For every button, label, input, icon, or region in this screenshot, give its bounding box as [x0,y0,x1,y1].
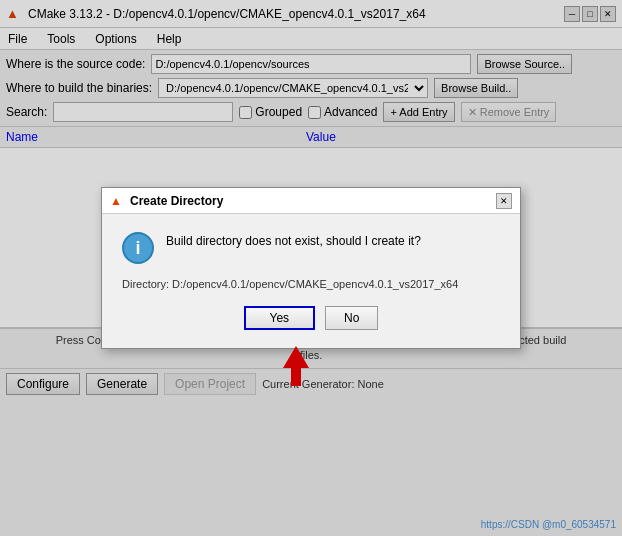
info-icon: i [122,232,154,264]
create-directory-dialog: ▲ Create Directory ✕ i Build directory d… [101,187,521,349]
dialog-buttons: Yes No [122,306,500,330]
modal-overlay: ▲ Create Directory ✕ i Build directory d… [0,0,622,536]
dialog-title-bar: ▲ Create Directory ✕ [102,188,520,214]
arrow-indicator [281,346,311,389]
dialog-no-button[interactable]: No [325,306,378,330]
dialog-body: i Build directory does not exist, should… [102,214,520,348]
dialog-yes-button[interactable]: Yes [244,306,316,330]
dialog-info-row: i Build directory does not exist, should… [122,232,500,264]
dialog-container: ▲ Create Directory ✕ i Build directory d… [101,187,521,349]
dialog-message: Build directory does not exist, should I… [166,232,421,250]
dialog-title-icon: ▲ [110,194,124,208]
dialog-title-text: Create Directory [130,194,496,208]
dialog-directory-row: Directory: D:/opencv4.0.1/opencv/CMAKE_o… [122,278,500,290]
dialog-close-button[interactable]: ✕ [496,193,512,209]
svg-marker-0 [283,346,309,386]
